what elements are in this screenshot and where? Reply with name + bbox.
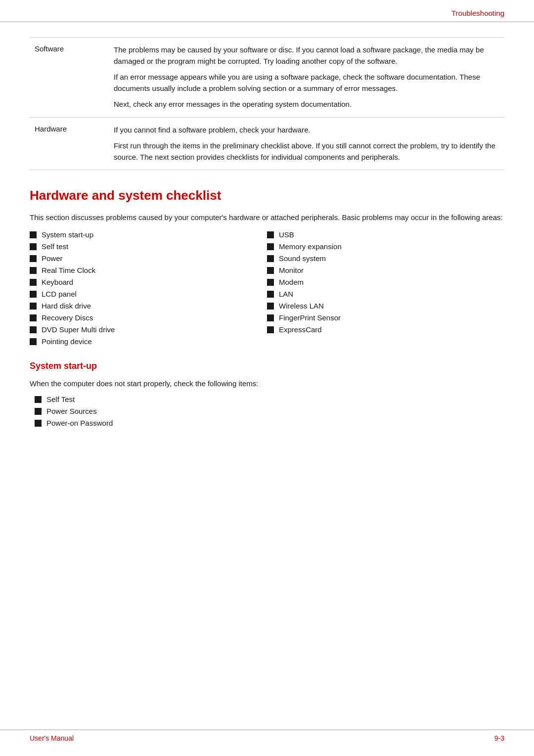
content-table: SoftwareThe problems may be caused by yo… — [30, 37, 504, 170]
bullet-icon — [35, 420, 42, 427]
header-title: Troubleshooting — [451, 9, 504, 17]
list-item-label: Wireless LAN — [279, 302, 324, 310]
table-paragraph: If you cannot find a software problem, c… — [114, 125, 499, 136]
bullet-icon — [267, 303, 274, 310]
startup-list: Self TestPower SourcesPower-on Password — [35, 395, 504, 427]
hardware-section-intro: This section discusses problems caused b… — [30, 212, 504, 223]
footer-right: 9-3 — [494, 734, 504, 742]
list-item-label: Sound system — [279, 254, 326, 263]
list-item-label: LAN — [279, 290, 293, 298]
table-paragraph: Next, check any error messages in the op… — [114, 99, 499, 110]
list-item-label: Real Time Clock — [42, 266, 95, 274]
bullet-icon — [267, 267, 274, 274]
system-startup-intro: When the computer does not start properl… — [30, 378, 504, 390]
bullet-icon — [30, 267, 37, 274]
list-item-label: Keyboard — [42, 278, 73, 286]
table-row: SoftwareThe problems may be caused by yo… — [30, 38, 504, 118]
startup-list-item: Self Test — [35, 395, 504, 403]
table-row-content: If you cannot find a software problem, c… — [109, 117, 504, 170]
list-item: FingerPrint Sensor — [267, 313, 504, 322]
list-item-label: Power — [42, 254, 63, 263]
bullet-icon — [35, 408, 42, 415]
list-item: Modem — [267, 278, 504, 286]
list-item: LAN — [267, 290, 504, 298]
list-item-label: DVD Super Multi drive — [42, 325, 115, 334]
startup-list-item-label: Self Test — [46, 395, 75, 403]
list-item: Pointing device — [30, 337, 267, 346]
list-item-label: Pointing device — [42, 337, 92, 346]
table-row-label: Hardware — [30, 117, 109, 170]
bullet-icon — [267, 231, 274, 238]
bullet-icon — [267, 255, 274, 262]
startup-list-item-label: Power-on Password — [46, 419, 113, 427]
hardware-section-heading: Hardware and system checklist — [30, 188, 504, 203]
bullet-icon — [30, 326, 37, 333]
list-item-label: System start-up — [42, 230, 93, 239]
startup-list-item: Power-on Password — [35, 419, 504, 427]
page-container: Troubleshooting SoftwareThe problems may… — [0, 0, 534, 756]
list-item-label: Monitor — [279, 266, 304, 274]
hardware-list-col1: System start-upSelf testPowerReal Time C… — [30, 230, 267, 349]
list-item: USB — [267, 230, 504, 239]
bullet-icon — [30, 279, 37, 286]
list-item: Sound system — [267, 254, 504, 263]
list-item: DVD Super Multi drive — [30, 325, 267, 334]
bullet-icon — [35, 396, 42, 403]
list-item-label: FingerPrint Sensor — [279, 313, 341, 322]
list-item: Memory expansion — [267, 242, 504, 251]
table-row-label: Software — [30, 38, 109, 118]
system-startup-heading: System start-up — [30, 361, 504, 371]
bullet-icon — [30, 338, 37, 345]
page-footer: User's Manual 9-3 — [0, 729, 534, 746]
table-paragraph: If an error message appears while you ar… — [114, 72, 499, 94]
list-item-label: Recovery Discs — [42, 313, 93, 322]
bullet-icon — [267, 326, 274, 333]
bullet-icon — [267, 291, 274, 298]
list-item-label: Hard disk drive — [42, 302, 91, 310]
hardware-list: System start-upSelf testPowerReal Time C… — [30, 230, 504, 349]
bullet-icon — [30, 231, 37, 238]
list-item: Hard disk drive — [30, 302, 267, 310]
footer-left: User's Manual — [30, 734, 74, 742]
list-item-label: LCD panel — [42, 290, 77, 298]
list-item-label: Modem — [279, 278, 304, 286]
hardware-list-col2: USBMemory expansionSound systemMonitorMo… — [267, 230, 504, 349]
page-header: Troubleshooting — [0, 0, 534, 22]
table-row: HardwareIf you cannot find a software pr… — [30, 117, 504, 170]
list-item: Recovery Discs — [30, 313, 267, 322]
list-item-label: Self test — [42, 242, 68, 251]
bullet-icon — [30, 314, 37, 321]
bullet-icon — [267, 314, 274, 321]
list-item-label: ExpressCard — [279, 325, 322, 334]
list-item: Self test — [30, 242, 267, 251]
table-paragraph: The problems may be caused by your softw… — [114, 44, 499, 67]
list-item-label: USB — [279, 230, 294, 239]
list-item: ExpressCard — [267, 325, 504, 334]
startup-list-item: Power Sources — [35, 407, 504, 415]
list-item-label: Memory expansion — [279, 242, 342, 251]
bullet-icon — [267, 279, 274, 286]
bullet-icon — [30, 291, 37, 298]
bullet-icon — [30, 303, 37, 310]
bullet-icon — [30, 243, 37, 250]
bullet-icon — [30, 255, 37, 262]
bullet-icon — [267, 243, 274, 250]
list-item: Real Time Clock — [30, 266, 267, 274]
list-item: Wireless LAN — [267, 302, 504, 310]
list-item: Keyboard — [30, 278, 267, 286]
list-item: Power — [30, 254, 267, 263]
list-item: Monitor — [267, 266, 504, 274]
startup-list-item-label: Power Sources — [46, 407, 97, 415]
table-row-content: The problems may be caused by your softw… — [109, 38, 504, 118]
list-item: System start-up — [30, 230, 267, 239]
table-paragraph: First run through the items in the preli… — [114, 140, 499, 163]
main-content: SoftwareThe problems may be caused by yo… — [0, 37, 534, 427]
list-item: LCD panel — [30, 290, 267, 298]
